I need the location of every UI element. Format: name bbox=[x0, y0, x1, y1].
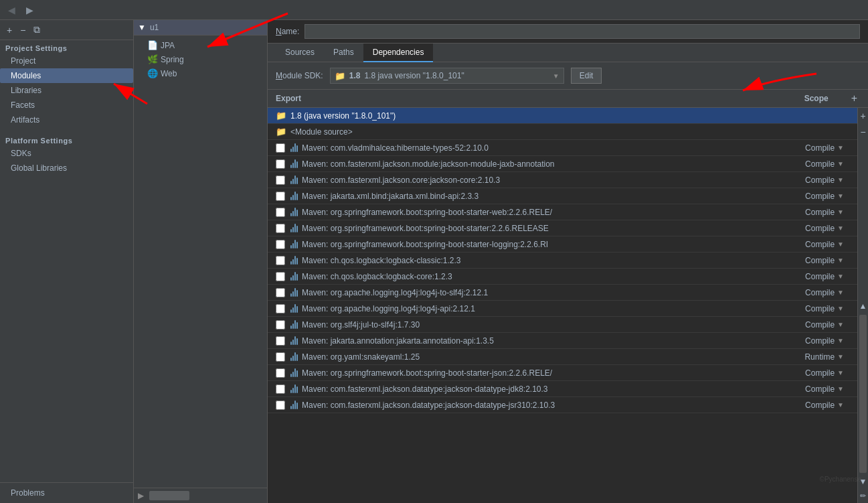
dep-row-11[interactable]: Maven: org.slf4j:jul-to-slf4j:1.7.30 Com… bbox=[268, 317, 857, 333]
expand-icon[interactable]: ▶ bbox=[138, 491, 144, 500]
dep-row-1[interactable]: Maven: com.fasterxml.jackson.module:jack… bbox=[268, 156, 857, 172]
dep-row-5[interactable]: Maven: org.springframework.boot:spring-b… bbox=[268, 220, 857, 236]
dep-scope-13[interactable]: Runtime ▼ bbox=[804, 352, 844, 362]
dep-scope-5[interactable]: Compile ▼ bbox=[805, 224, 844, 233]
scope-arrow-16: ▼ bbox=[837, 401, 844, 409]
tab-dependencies[interactable]: Dependencies bbox=[363, 44, 434, 62]
dep-row-16[interactable]: Maven: com.fasterxml.jackson.datatype:ja… bbox=[268, 397, 857, 413]
dep-checkbox-13[interactable] bbox=[276, 352, 285, 362]
dep-scope-2[interactable]: Compile ▼ bbox=[805, 175, 844, 185]
dep-row-7[interactable]: Maven: ch.qos.logback:logback-classic:1.… bbox=[268, 253, 857, 269]
module-name: u1 bbox=[150, 23, 159, 32]
dep-checkbox-10[interactable] bbox=[276, 304, 285, 313]
add-dependency-button[interactable]: + bbox=[849, 92, 860, 104]
name-input[interactable] bbox=[305, 24, 860, 39]
dep-scope-15[interactable]: Compile ▼ bbox=[805, 384, 844, 394]
tree-item-spring[interactable]: 🌿 Spring bbox=[134, 52, 267, 66]
remove-module-button[interactable]: − bbox=[17, 23, 28, 37]
sidebar-item-problems[interactable]: Problems bbox=[0, 486, 133, 500]
dep-checkbox-1[interactable] bbox=[276, 159, 285, 169]
edit-sdk-button[interactable]: Edit bbox=[571, 68, 602, 84]
dep-scope-11[interactable]: Compile ▼ bbox=[805, 320, 844, 330]
dep-checkbox-8[interactable] bbox=[276, 272, 285, 281]
dep-name-module-source: <Module source> bbox=[290, 127, 849, 137]
sidebar-item-project[interactable]: Project bbox=[0, 54, 133, 68]
dep-checkbox-7[interactable] bbox=[276, 256, 285, 265]
dep-name-1: Maven: com.fasterxml.jackson.module:jack… bbox=[302, 159, 805, 169]
dep-row-module-source[interactable]: 📁 <Module source> bbox=[268, 124, 857, 140]
dep-row-9[interactable]: Maven: org.apache.logging.log4j:log4j-to… bbox=[268, 285, 857, 301]
top-bar: ◀ ▶ bbox=[0, 0, 868, 20]
tab-paths[interactable]: Paths bbox=[324, 44, 363, 62]
dep-checkbox-9[interactable] bbox=[276, 288, 285, 297]
scrollbar-thumb bbox=[859, 315, 867, 474]
dep-row-14[interactable]: Maven: org.springframework.boot:spring-b… bbox=[268, 365, 857, 381]
dep-row-8[interactable]: Maven: ch.qos.logback:logback-core:1.2.3… bbox=[268, 269, 857, 285]
add-module-button[interactable]: + bbox=[4, 23, 15, 37]
sidebar-item-sdks[interactable]: SDKs bbox=[0, 146, 133, 161]
module-sub-placeholder bbox=[149, 491, 189, 500]
dep-checkbox-6[interactable] bbox=[276, 240, 285, 249]
dep-row-4[interactable]: Maven: org.springframework.boot:spring-b… bbox=[268, 204, 857, 220]
dep-scope-6[interactable]: Compile ▼ bbox=[805, 240, 844, 249]
forward-button[interactable]: ▶ bbox=[23, 3, 36, 17]
dep-row-10[interactable]: Maven: org.apache.logging.log4j:log4j-ap… bbox=[268, 301, 857, 317]
sidebar-item-global-libraries[interactable]: Global Libraries bbox=[0, 161, 133, 175]
dep-row-jdk[interactable]: 📁 1.8 (java version "1.8.0_101") bbox=[268, 108, 857, 124]
dep-name-12: Maven: jakarta.annotation:jakarta.annota… bbox=[302, 336, 805, 346]
dep-name-jdk: 1.8 (java version "1.8.0_101") bbox=[290, 111, 849, 121]
tree-item-jpa[interactable]: 📄 JPA bbox=[134, 38, 267, 52]
dep-scope-1[interactable]: Compile ▼ bbox=[805, 159, 844, 169]
dep-checkbox-4[interactable] bbox=[276, 208, 285, 217]
back-button[interactable]: ◀ bbox=[5, 3, 18, 17]
edit-right-button[interactable]: ✏ bbox=[858, 489, 868, 503]
maven-icon-16 bbox=[290, 401, 298, 409]
dep-scope-10[interactable]: Compile ▼ bbox=[805, 304, 844, 313]
dep-row-12[interactable]: Maven: jakarta.annotation:jakarta.annota… bbox=[268, 333, 857, 349]
tree-item-web[interactable]: 🌐 Web bbox=[134, 66, 267, 80]
dep-checkbox-12[interactable] bbox=[276, 336, 285, 346]
dep-checkbox-0[interactable] bbox=[276, 143, 285, 153]
dep-checkbox-3[interactable] bbox=[276, 192, 285, 201]
dep-scope-7[interactable]: Compile ▼ bbox=[805, 256, 844, 265]
web-icon: 🌐 bbox=[147, 68, 158, 78]
tab-sources[interactable]: Sources bbox=[276, 44, 324, 62]
dep-row-6[interactable]: Maven: org.springframework.boot:spring-b… bbox=[268, 236, 857, 253]
dep-row-13[interactable]: Maven: org.yaml:snakeyaml:1.25 Runtime ▼ bbox=[268, 349, 857, 365]
dep-scope-16[interactable]: Compile ▼ bbox=[805, 401, 844, 410]
sidebar-item-modules[interactable]: Modules bbox=[0, 68, 133, 83]
dep-checkbox-11[interactable] bbox=[276, 320, 285, 330]
sidebar-item-artifacts[interactable]: Artifacts bbox=[0, 113, 133, 127]
dep-row-0[interactable]: Maven: com.vladmihalcea:hibernate-types-… bbox=[268, 140, 857, 156]
dep-scope-4[interactable]: Compile ▼ bbox=[805, 208, 844, 217]
dep-scope-12[interactable]: Compile ▼ bbox=[805, 336, 844, 346]
add-right-button[interactable]: + bbox=[858, 108, 868, 124]
sdk-select[interactable]: 📁 1.8 1.8 java version "1.8.0_101" ▼ bbox=[330, 68, 564, 84]
dep-scope-8[interactable]: Compile ▼ bbox=[805, 272, 844, 281]
maven-icon-3 bbox=[290, 192, 298, 200]
dep-scope-0[interactable]: Compile ▼ bbox=[805, 143, 844, 153]
dep-row-15[interactable]: Maven: com.fasterxml.jackson.datatype:ja… bbox=[268, 381, 857, 397]
dep-scope-9[interactable]: Compile ▼ bbox=[805, 288, 844, 297]
dep-checkbox-5[interactable] bbox=[276, 224, 285, 233]
dep-scope-3[interactable]: Compile ▼ bbox=[805, 192, 844, 201]
sidebar-item-facets[interactable]: Facets bbox=[0, 98, 133, 113]
sidebar-item-libraries[interactable]: Libraries bbox=[0, 83, 133, 98]
scope-arrow-13: ▼ bbox=[837, 353, 844, 360]
sdk-folder-icon: 📁 bbox=[335, 71, 345, 81]
remove-right-button[interactable]: − bbox=[858, 124, 868, 140]
dep-row-2[interactable]: Maven: com.fasterxml.jackson.core:jackso… bbox=[268, 172, 857, 188]
project-settings-label: Project Settings bbox=[0, 40, 133, 54]
dep-scope-14[interactable]: Compile ▼ bbox=[805, 368, 844, 378]
dep-checkbox-16[interactable] bbox=[276, 401, 285, 410]
export-header: Export bbox=[276, 94, 804, 103]
dep-row-3[interactable]: Maven: jakarta.xml.bind:jakarta.xml.bind… bbox=[268, 188, 857, 204]
copy-module-button[interactable]: ⧉ bbox=[31, 23, 43, 37]
scroll-up-button[interactable]: ▲ bbox=[858, 299, 868, 313]
scope-header: Scope bbox=[804, 94, 829, 103]
module-tree: 📄 JPA 🌿 Spring 🌐 Web bbox=[134, 35, 267, 488]
dep-checkbox-2[interactable] bbox=[276, 175, 285, 185]
name-row: Name: bbox=[268, 20, 868, 44]
dep-checkbox-14[interactable] bbox=[276, 368, 285, 378]
dep-checkbox-15[interactable] bbox=[276, 384, 285, 394]
